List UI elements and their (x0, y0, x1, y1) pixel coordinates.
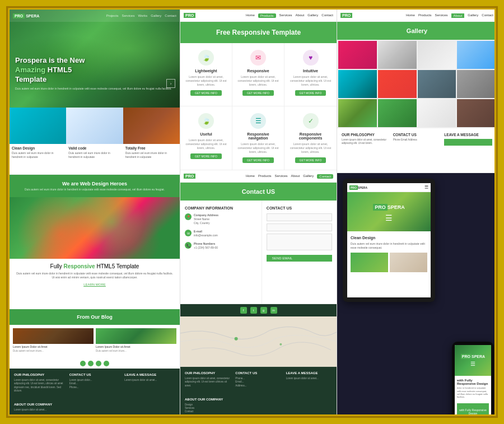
col3-phil-green (444, 139, 492, 146)
col1-heroes-subtitle: Duis autem vel eum iriure dolor in hendr… (25, 188, 165, 191)
nav-link-contact[interactable]: Contact (165, 14, 176, 17)
col2-name-field[interactable] (267, 213, 332, 221)
map-svg (180, 316, 337, 367)
col1-hero-arrow[interactable]: › (166, 79, 175, 88)
tablet-hero-logo-pro: PRO (373, 204, 388, 211)
gallery-thumb-3[interactable] (418, 41, 456, 69)
facebook-icon[interactable]: f (240, 307, 247, 314)
nav-link-services[interactable]: Services (122, 14, 134, 17)
column-2: PRO SPERA Home Products Services About G… (180, 10, 337, 416)
phone-logo-pro: PRO (461, 354, 472, 359)
col1-blog-post-2: Lorem Ipsum Dolor sit Amet Duis autem ve… (96, 328, 176, 355)
col3-nav-contact[interactable]: Contact (482, 13, 493, 18)
col2-nav-home[interactable]: Home (246, 13, 255, 18)
col1-feature-clean-desc: Duis autem vel eum iriure dolor in hendr… (10, 151, 66, 159)
gallery-thumb-5[interactable] (338, 70, 377, 98)
nav-link-gallery[interactable]: Gallery (151, 14, 161, 17)
social-dot-3[interactable] (96, 361, 101, 366)
tablet-section-text: Duis autem vel eum iriure dolor in hendr… (351, 242, 427, 249)
col1-logo: PRO SPERA (13, 13, 39, 18)
col2-email-field[interactable] (267, 223, 332, 231)
phone-text: dolor in hendrerit in vulputate velit es… (457, 386, 489, 398)
col2-contact-nav-gallery[interactable]: Gallery (303, 174, 314, 179)
linkedin-icon[interactable]: in (270, 307, 277, 314)
col3-nav-gallery[interactable]: Gallery (468, 13, 478, 18)
col2-contact-nav-about[interactable]: About (291, 174, 300, 179)
col2-map (180, 316, 337, 367)
gallery-thumb-2[interactable] (378, 41, 417, 69)
col2-feature-icon-intuitive: ♥ (303, 50, 319, 66)
col2-feature-name-lightweight: Lightweight (195, 69, 217, 73)
gallery-thumb-8[interactable] (457, 70, 496, 98)
col2-contact-nav-products[interactable]: Products (258, 174, 272, 179)
col3-nav-about[interactable]: About (451, 13, 465, 18)
svg-point-2 (279, 343, 282, 346)
col2-contact-nav-services[interactable]: Services (275, 174, 288, 179)
col2-nav-products[interactable]: Products (258, 13, 276, 18)
googleplus-icon[interactable]: g (260, 307, 267, 314)
gallery-thumb-12[interactable] (457, 99, 496, 127)
col1-footer: OUR PHILOSOPHY Lorem ipsum dolor sit ame… (10, 369, 180, 416)
gallery-thumb-11[interactable] (418, 99, 456, 127)
col2-footer-philosophy-title: OUR PHILOSOPHY (185, 371, 231, 375)
col1-feature-clean-img (10, 108, 66, 144)
col2-feature-btn-lightweight[interactable]: GET MORE INFO (190, 90, 222, 96)
gallery-thumb-7[interactable] (418, 70, 456, 98)
col1-hero-desc: Duis autem vel eum iriure dolor in hendr… (15, 87, 174, 91)
social-dot-4[interactable] (104, 361, 109, 366)
column-1: PRO SPERA Projects Services Works Galler… (10, 10, 180, 416)
gallery-thumb-6[interactable] (378, 70, 417, 98)
col2-contact-nav-contact[interactable]: Contact (317, 174, 333, 179)
phone-mockup: PRO SPERA ☰ with Fully Responsive Design… (452, 342, 494, 416)
tablet-hamburger-icon[interactable]: ☰ (424, 185, 428, 190)
col2-nav-about[interactable]: About (296, 13, 305, 18)
main-container: PRO SPERA Projects Services Works Galler… (8, 8, 496, 416)
col3-nav-products[interactable]: Products (418, 13, 432, 18)
col2-message-field[interactable] (267, 234, 332, 250)
col2-feature-desc-intuitive: Lorem ipsum dolor sit amet, consectetur … (289, 75, 332, 87)
col2-footer-contact-title: CONTACT US (235, 371, 281, 375)
col2-feature-icon-navigation: ☰ (250, 113, 266, 129)
col2-nav-gallery[interactable]: Gallery (307, 13, 318, 18)
col1-hero: PRO SPERA Projects Services Works Galler… (10, 10, 180, 108)
col2-feature-icon-components: ✓ (303, 113, 319, 129)
outer-border: PRO SPERA Projects Services Works Galler… (6, 6, 498, 418)
col2-nav-services[interactable]: Services (279, 13, 292, 18)
col2-contact-left: COMPANY INFORMATION 📍 Company Address St… (180, 201, 262, 304)
col2-feature-btn-navigation[interactable]: GET MORE INFO (242, 157, 274, 163)
col1-fruit-section: Fully Responsive HTML5 Template Duis aut… (10, 197, 180, 309)
col2-feature-useful: 🍃 Useful Lorem ipsum dolor sit amet, con… (180, 106, 232, 170)
col2-feature-btn-intuitive[interactable]: GET MORE INFO (295, 90, 326, 96)
col3-phil-title-3: LEAVE A MESSAGE (444, 133, 492, 137)
col3-nav-home[interactable]: Home (406, 13, 415, 18)
col1-about-title: ABOUT OUR COMPANY (14, 403, 65, 406)
col2-feature-btn-components[interactable]: GET MORE INFO (295, 157, 326, 163)
col2-contact-phone: 📞 Phone Numbers +1 (234) 567-89-00 (185, 242, 257, 250)
col3-phil-col-1: OUR PHILOSOPHY Lorem ipsum dolor sit ame… (342, 133, 390, 168)
col2-footer-contact: CONTACT US Phone...Email...Address... (235, 371, 281, 414)
nav-link-works[interactable]: Works (138, 14, 147, 17)
col3-nav-services[interactable]: Services (435, 13, 448, 18)
social-dot-1[interactable] (80, 361, 86, 366)
col3-gallery-title: Gallery (407, 27, 427, 34)
col2-feature-btn-responsive[interactable]: GET MORE INFO (242, 90, 274, 96)
gallery-thumb-4[interactable] (457, 41, 496, 69)
col2-contact-nav-home[interactable]: Home (246, 174, 255, 179)
tablet-hero-logo-name: SPERA (388, 204, 405, 210)
nav-link-projects[interactable]: Projects (106, 14, 119, 17)
col2-nav-contact[interactable]: Contact (321, 13, 333, 18)
tablet-img-row (351, 253, 427, 272)
tablet-hero-ham-icon: ☰ (373, 213, 405, 222)
col2-contact-form: SEND EMAIL (267, 213, 332, 262)
social-dot-2[interactable] (88, 361, 94, 366)
col1-fruit-link[interactable]: LEARN MORE (83, 283, 106, 286)
col2-feature-lightweight: 🍃 Lightweight Lorem ipsum dolor sit amet… (180, 43, 232, 106)
col3-devices: PRO SPERA ☰ PROSPERA ☰ (337, 173, 496, 416)
gallery-thumb-10[interactable] (378, 99, 417, 127)
twitter-icon[interactable]: t (250, 307, 257, 314)
gallery-thumb-9[interactable] (338, 99, 377, 127)
col2-features-grid: 🍃 Lightweight Lorem ipsum dolor sit amet… (180, 43, 337, 170)
col2-submit-button[interactable]: SEND EMAIL (267, 255, 332, 262)
col2-feature-btn-useful[interactable]: GET MORE INFO (190, 153, 222, 159)
gallery-thumb-1[interactable] (338, 41, 377, 69)
